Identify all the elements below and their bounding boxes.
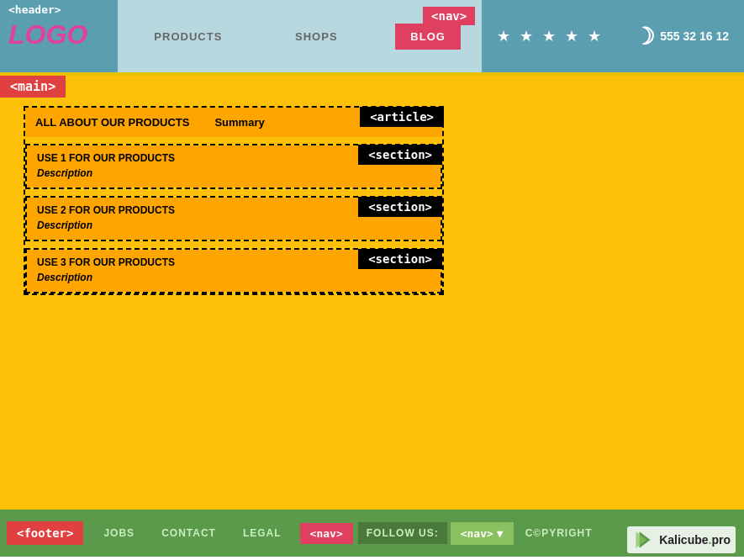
footer-nav-tag: <nav> bbox=[300, 523, 353, 544]
logo: LOGO bbox=[8, 19, 109, 50]
header-logo-area: <header> LOGO bbox=[0, 0, 118, 72]
article: <article> ALL ABOUT OUR PRODUCTS Summary… bbox=[24, 106, 444, 295]
section-1-tag: <section> bbox=[358, 145, 442, 165]
footer-tag: <footer> bbox=[7, 521, 83, 545]
footer-follow-nav-tag: <nav> bbox=[461, 527, 493, 540]
nav-item-products[interactable]: PRODUCTS bbox=[139, 30, 237, 43]
stars-area: ★ ★ ★ ★ ★ bbox=[482, 0, 619, 72]
footer-nav-legal[interactable]: LEGAL bbox=[230, 527, 295, 539]
main: <main> <article> ALL ABOUT OUR PRODUCTS … bbox=[0, 76, 744, 510]
stars: ★ ★ ★ ★ ★ bbox=[497, 27, 604, 45]
phone-area: ☽ 555 32 16 12 bbox=[619, 0, 744, 72]
section-2: <section> USE 2 FOR OUR PRODUCTS Descrip… bbox=[25, 196, 442, 241]
section-3: <section> USE 3 FOR OUR PRODUCTS Descrip… bbox=[25, 248, 442, 293]
main-tag: <main> bbox=[0, 76, 66, 98]
footer-copyright: C©PYRIGHT bbox=[514, 527, 604, 539]
article-title: ALL ABOUT OUR PRODUCTS bbox=[35, 116, 189, 129]
section-1: <section> USE 1 FOR OUR PRODUCTS Descrip… bbox=[25, 144, 442, 189]
footer-follow-nav-arrow: ▼ bbox=[497, 527, 504, 540]
header-nav: <nav> PRODUCTS SHOPS BLOG bbox=[118, 0, 482, 72]
footer-nav-items: JOBS CONTACT LEGAL bbox=[90, 527, 294, 539]
section-2-desc: Description bbox=[37, 219, 430, 231]
footer-follow-nav: <nav> ▼ bbox=[451, 522, 514, 545]
nav-tag: <nav> bbox=[423, 7, 475, 25]
nav-item-shops[interactable]: SHOPS bbox=[280, 30, 353, 43]
phone-number: 555 32 16 12 bbox=[660, 29, 729, 43]
section-2-tag: <section> bbox=[358, 197, 442, 217]
kalicube-brand: Kalicube.pro bbox=[627, 526, 736, 553]
moon-icon: ☽ bbox=[634, 23, 655, 50]
article-tag: <article> bbox=[360, 107, 444, 127]
kalicube-logo-icon bbox=[632, 528, 656, 552]
section-3-desc: Description bbox=[37, 272, 430, 283]
section-3-tag: <section> bbox=[358, 249, 442, 269]
nav-item-blog[interactable]: BLOG bbox=[395, 24, 461, 50]
kalicube-name: Kalicube.pro bbox=[659, 533, 731, 547]
footer-nav-contact[interactable]: CONTACT bbox=[148, 527, 230, 539]
footer-follow-label: FOLLOW US: bbox=[358, 522, 447, 544]
header: <header> LOGO <nav> PRODUCTS SHOPS BLOG … bbox=[0, 0, 744, 76]
header-tag: <header> bbox=[8, 3, 109, 16]
right-column bbox=[444, 103, 736, 304]
article-summary: Summary bbox=[214, 116, 264, 129]
footer-nav-jobs[interactable]: JOBS bbox=[90, 527, 148, 539]
section-1-desc: Description bbox=[37, 167, 430, 179]
main-content: <article> ALL ABOUT OUR PRODUCTS Summary… bbox=[0, 99, 744, 312]
left-column: <article> ALL ABOUT OUR PRODUCTS Summary… bbox=[15, 103, 444, 304]
